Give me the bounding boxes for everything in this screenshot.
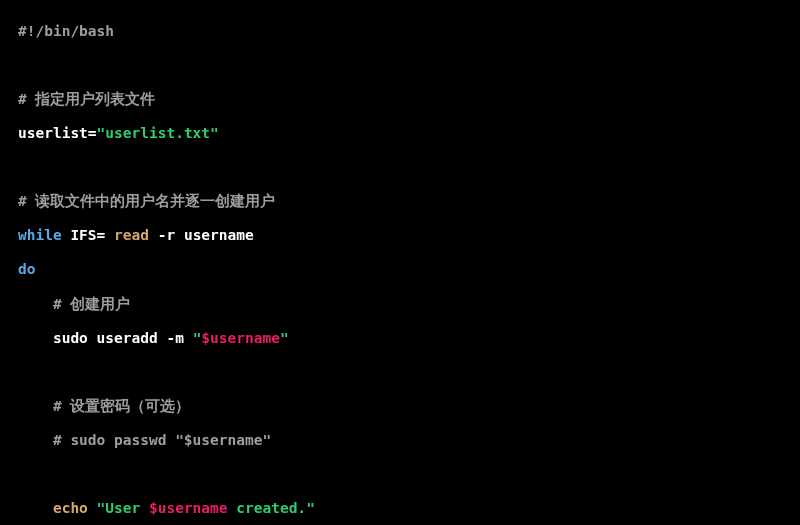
indent [18,330,53,346]
comment-passwd-line: # sudo passwd "$username" [53,432,271,448]
keyword-while: while [18,227,62,243]
useradd-cmd: useradd [97,330,158,346]
string-userlist-path: userlist.txt [105,125,210,141]
comment-read-loop: # 读取文件中的用户名并逐一创建用户 [18,193,275,209]
var-username: $username [201,330,280,346]
keyword-do: do [18,261,35,277]
echo-builtin: echo [53,500,88,516]
useradd-flag: -m [166,330,183,346]
indent [18,432,53,448]
code-block: #!/bin/bash # 指定用户列表文件 userlist="userlis… [0,0,800,525]
indent [18,296,53,312]
indent [18,500,53,516]
comment-create-user: # 创建用户 [53,296,130,312]
quote: " [97,500,106,516]
indent [18,398,53,414]
sudo-cmd: sudo [53,330,88,346]
quote: " [210,125,219,141]
read-builtin: read [114,227,149,243]
comment-userlist-file: # 指定用户列表文件 [18,91,155,107]
comment-set-password: # 设置密码（可选） [53,398,190,414]
read-arg: username [184,227,254,243]
assign-lhs: userlist= [18,125,97,141]
quote: " [97,125,106,141]
read-flag: -r [158,227,175,243]
quote: " [306,500,315,516]
shebang-line: #!/bin/bash [18,23,114,39]
ifs-assign: IFS= [70,227,105,243]
echo-text-pre: User [105,500,149,516]
quote: " [280,330,289,346]
echo-text-post: created. [228,500,307,516]
var-username: $username [149,500,228,516]
